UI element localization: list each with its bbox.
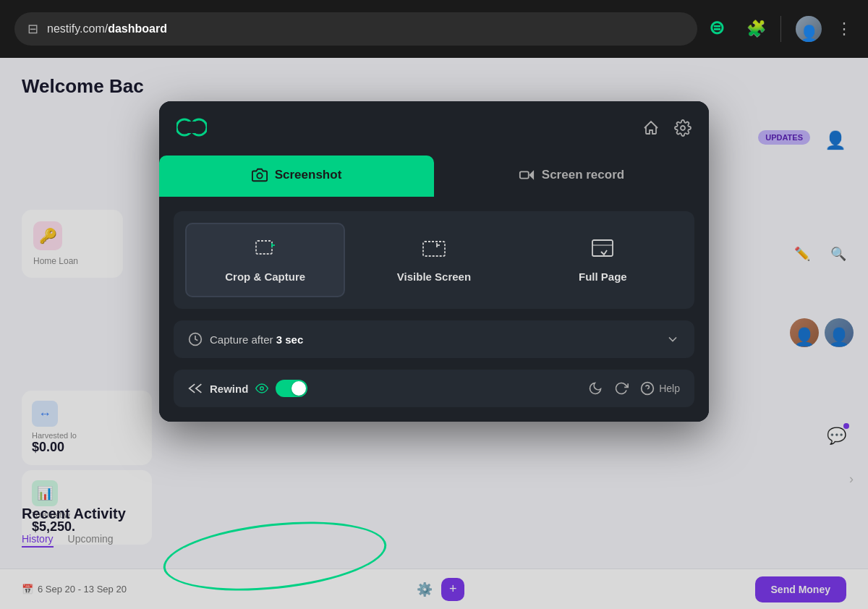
browser-logo: ⊜ [709,15,732,43]
rewind-icon [188,381,203,396]
popup-logo [176,116,207,144]
option-full-page[interactable]: Full Page [523,223,683,297]
capture-options-container: Crop & Capture Visible Screen [174,211,694,309]
vertical-divider [780,16,781,42]
rewind-label: Rewind [210,383,248,395]
settings-icon[interactable] [674,119,692,141]
help-icon [640,381,655,396]
option-visible-screen[interactable]: Visible Screen [354,223,514,297]
full-page-label: Full Page [579,271,627,283]
home-icon[interactable] [642,119,660,141]
capture-after-control[interactable]: Capture after 3 sec [174,320,694,358]
extension-popup: Screenshot Screen record Crop & Capture [159,101,709,422]
settings-sliders-icon: ⊟ [27,21,38,37]
svg-point-4 [681,126,685,130]
svg-rect-11 [423,242,445,256]
capture-after-text: Capture after 3 sec [210,333,303,346]
browser-chrome: ⊟ nestify.com/dashboard ⊜ 🧩 👤 ⋮ [0,0,868,58]
tab-screenshot-label: Screenshot [275,168,342,182]
visible-screen-label: Visible Screen [397,271,471,283]
option-crop-capture[interactable]: Crop & Capture [185,223,345,297]
help-label: Help [659,383,680,394]
svg-rect-8 [256,241,272,254]
popup-body: Crop & Capture Visible Screen [159,197,709,422]
popup-tabs: Screenshot Screen record [159,156,709,197]
rewind-section: Rewind [188,380,307,397]
popup-bottom-bar: Rewind [174,370,694,407]
svg-text:⊜: ⊜ [709,17,725,38]
svg-rect-15 [592,240,613,245]
timer-icon[interactable] [588,381,603,396]
help-button[interactable]: Help [640,381,680,396]
user-avatar[interactable]: 👤 [796,16,822,42]
svg-point-5 [257,173,262,178]
svg-rect-3 [188,122,195,133]
url-text: nestify.com/dashboard [47,22,167,35]
tab-screen-record[interactable]: Screen record [434,156,709,197]
rewind-toggle[interactable] [276,380,307,397]
browser-actions: ⊜ 🧩 👤 ⋮ [709,15,854,43]
toggle-knob [292,381,306,396]
svg-marker-7 [529,171,533,178]
svg-point-18 [260,387,264,391]
popup-right-actions: Help [588,381,680,396]
refresh-icon[interactable] [614,381,629,396]
extensions-icon[interactable]: 🧩 [746,20,766,38]
capture-after-left: Capture after 3 sec [188,332,303,346]
svg-rect-6 [520,171,529,178]
popup-header-actions [642,119,692,141]
crop-capture-label: Crop & Capture [225,271,305,283]
chevron-down-icon [665,332,680,346]
popup-header [159,101,709,144]
more-options-icon[interactable]: ⋮ [836,20,854,38]
eye-icon[interactable] [255,382,268,395]
tab-screenshot[interactable]: Screenshot [159,156,434,197]
address-bar[interactable]: ⊟ nestify.com/dashboard [14,12,697,46]
tab-screen-record-label: Screen record [542,168,624,182]
